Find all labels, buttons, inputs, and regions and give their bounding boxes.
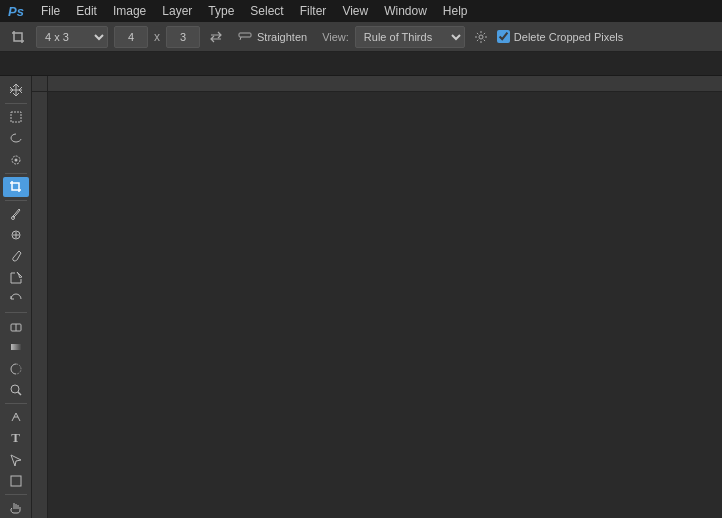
menu-edit[interactable]: Edit xyxy=(69,2,104,20)
type-tool[interactable]: T xyxy=(3,428,29,448)
straighten-icon xyxy=(237,27,253,46)
ratio-separator: x xyxy=(154,30,160,44)
svg-rect-15 xyxy=(11,476,21,486)
tool-separator-2 xyxy=(5,173,27,174)
pen-tool[interactable] xyxy=(3,407,29,427)
lasso-tool[interactable] xyxy=(3,128,29,148)
title-bar: Ps File Edit Image Layer Type Select Fil… xyxy=(0,0,722,22)
delete-cropped-pixels-label[interactable]: Delete Cropped Pixels xyxy=(497,30,623,43)
crop-tool-icon xyxy=(6,25,30,49)
ruler-horizontal xyxy=(48,76,722,92)
straighten-button[interactable]: Straighten xyxy=(232,25,312,48)
menu-bar: File Edit Image Layer Type Select Filter… xyxy=(34,2,475,20)
menu-layer[interactable]: Layer xyxy=(155,2,199,20)
tab-bar xyxy=(0,52,722,76)
menu-image[interactable]: Image xyxy=(106,2,153,20)
svg-line-14 xyxy=(18,392,21,395)
options-bar: 4 x 3 1 x 1 16 x 9 2 x 3 Custom x Straig… xyxy=(0,22,722,52)
clone-stamp-tool[interactable] xyxy=(3,268,29,288)
svg-point-13 xyxy=(11,385,19,393)
menu-select[interactable]: Select xyxy=(243,2,290,20)
eyedropper-tool[interactable] xyxy=(3,204,29,224)
svg-point-6 xyxy=(11,216,14,219)
straighten-label: Straighten xyxy=(257,31,307,43)
ruler-corner xyxy=(32,76,48,92)
ruler-vertical xyxy=(32,92,48,518)
menu-help[interactable]: Help xyxy=(436,2,475,20)
quick-selection-tool[interactable] xyxy=(3,150,29,170)
gradient-tool[interactable] xyxy=(3,337,29,357)
view-select[interactable]: Rule of Thirds Grid Diagonal Triangle Go… xyxy=(355,26,465,48)
move-tool[interactable] xyxy=(3,80,29,100)
tool-separator-5 xyxy=(5,403,27,404)
height-input[interactable] xyxy=(166,26,200,48)
tool-separator-6 xyxy=(5,494,27,495)
healing-brush-tool[interactable] xyxy=(3,225,29,245)
crop-tool[interactable] xyxy=(3,177,29,197)
dodge-tool[interactable] xyxy=(3,380,29,400)
rectangular-marquee-tool[interactable] xyxy=(3,107,29,127)
history-brush-tool[interactable] xyxy=(3,289,29,309)
path-selection-tool[interactable] xyxy=(3,449,29,469)
ps-logo: Ps xyxy=(8,4,24,19)
svg-rect-3 xyxy=(11,112,21,122)
svg-rect-0 xyxy=(239,33,251,37)
tool-separator-4 xyxy=(5,312,27,313)
menu-view[interactable]: View xyxy=(335,2,375,20)
ratio-select[interactable]: 4 x 3 1 x 1 16 x 9 2 x 3 Custom xyxy=(36,26,108,48)
svg-point-5 xyxy=(14,158,17,161)
svg-point-2 xyxy=(479,35,483,39)
view-settings-button[interactable] xyxy=(471,27,491,47)
toolbar: T xyxy=(0,76,32,518)
view-label: View: xyxy=(322,31,349,43)
width-input[interactable] xyxy=(114,26,148,48)
svg-rect-12 xyxy=(11,344,21,350)
tool-separator-3 xyxy=(5,200,27,201)
brush-tool[interactable] xyxy=(3,246,29,266)
delete-cropped-pixels-text: Delete Cropped Pixels xyxy=(514,31,623,43)
blur-tool[interactable] xyxy=(3,359,29,379)
shape-tool[interactable] xyxy=(3,471,29,491)
menu-type[interactable]: Type xyxy=(201,2,241,20)
menu-file[interactable]: File xyxy=(34,2,67,20)
swap-ratio-button[interactable] xyxy=(206,27,226,47)
hand-tool[interactable] xyxy=(3,498,29,518)
canvas-area xyxy=(32,76,722,518)
eraser-tool[interactable] xyxy=(3,316,29,336)
menu-window[interactable]: Window xyxy=(377,2,434,20)
tool-separator-1 xyxy=(5,103,27,104)
main-layout: T xyxy=(0,76,722,518)
menu-filter[interactable]: Filter xyxy=(293,2,334,20)
delete-cropped-pixels-checkbox[interactable] xyxy=(497,30,510,43)
